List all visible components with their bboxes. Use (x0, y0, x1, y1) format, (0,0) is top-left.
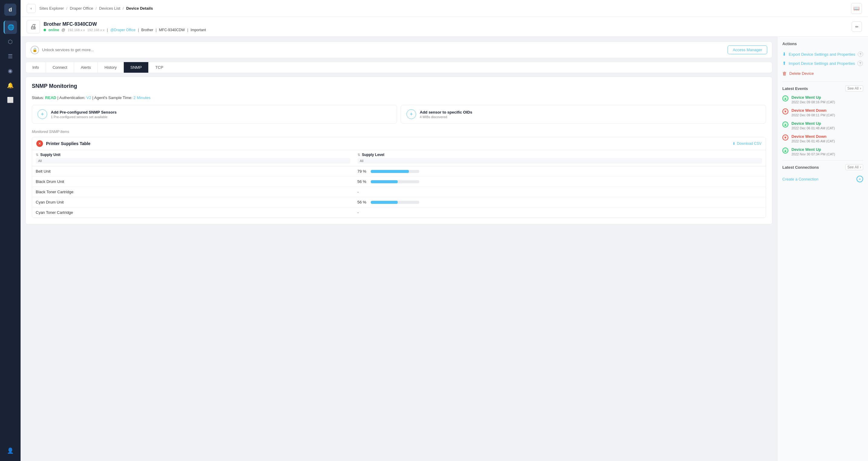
import-action[interactable]: ⬆ Import Device Settings and Properties … (782, 59, 863, 68)
sidebar-item-puzzle[interactable]: ⬜ (4, 93, 17, 107)
device-site-link[interactable]: @Draper Office (110, 28, 135, 32)
progress-bar (371, 180, 419, 183)
breadcrumb-office[interactable]: Draper Office (70, 6, 93, 10)
breadcrumb-sites[interactable]: Sites Explorer (39, 6, 64, 10)
sample-value[interactable]: 2 Minutes (133, 95, 150, 100)
add-preconfigured-icon: + (37, 109, 47, 119)
event-item: ▲ Device Went Up 2022 Dec 06 01:48 AM (C… (782, 121, 863, 130)
snmp-status-row: Status: READ | Authentication: V2 | Agen… (32, 95, 766, 100)
book-icon[interactable]: 📖 (851, 3, 862, 14)
sensor-card-preconfigured[interactable]: + Add Pre-configured SNMP Sensors 1 Pre-… (32, 105, 397, 123)
globe-icon: 🌐 (7, 24, 14, 31)
edit-button[interactable]: ✏ (851, 22, 862, 32)
supply-unit-cell: Cyan Drum Unit (32, 197, 354, 207)
preconfigured-sensor-name: Add Pre-configured SNMP Sensors (51, 110, 117, 115)
delete-icon: 🗑 (782, 71, 787, 76)
supply-unit-filter[interactable] (36, 158, 350, 164)
divider-2 (782, 160, 863, 161)
breadcrumb-devices[interactable]: Devices List (99, 6, 120, 10)
sidebar-item-bell[interactable]: 🔔 (4, 79, 17, 92)
table-header: ✕ Printer Supplies Table ⬇ Download CSV (32, 137, 766, 150)
latest-connections: Latest Connections See All › Create a Co… (782, 164, 863, 184)
tab-connect[interactable]: Connect (46, 62, 74, 73)
supply-table: ⇅ Supply Unit ⇅ (32, 150, 766, 218)
events-see-all-button[interactable]: See All › (845, 85, 863, 91)
back-button[interactable]: ‹ (27, 4, 36, 13)
col-supply-level: ⇅ Supply Level (354, 150, 766, 166)
content-area: 🔒 Unlock services to get more... Access … (21, 37, 868, 461)
event-name: Device Went Up (792, 147, 835, 152)
status-value: READ (45, 95, 56, 100)
delete-action[interactable]: 🗑 Delete Device (782, 69, 863, 78)
events-list: ▲ Device Went Up 2022 Dec 09 08:16 PM (C… (782, 95, 863, 156)
right-panel: Actions ⬇ Export Device Settings and Pro… (777, 37, 868, 461)
event-item: ▲ Device Went Up 2022 Nov 30 07:34 PM (C… (782, 147, 863, 156)
auth-value[interactable]: V2 (86, 95, 91, 100)
tabs: Info Connect Alerts History SNMP TCP (25, 62, 772, 73)
unlock-message: Unlock services to get more... (42, 48, 94, 52)
sort-icon-2[interactable]: ⇅ (358, 153, 360, 157)
plus-circle-icon: + (857, 176, 863, 182)
sample-label: Agent's Sample Time: (94, 95, 132, 100)
sidebar-item-account[interactable]: 👤 (4, 444, 17, 457)
event-item: ▼ Device Went Down 2022 Dec 09 08:11 PM … (782, 108, 863, 117)
sensor-card-oids[interactable]: + Add sensor to specific OIDs 4 MIBs dis… (401, 105, 766, 123)
list-icon: ☰ (8, 53, 13, 60)
main-panel: ‹ Sites Explorer / Draper Office / Devic… (21, 0, 868, 461)
breadcrumb-current: Device Details (126, 6, 153, 10)
auth-label: Authentication: (59, 95, 85, 100)
device-bar: 🖨 Brother MFC-9340CDW online @ 192.168.x… (21, 17, 868, 37)
device-model: MFC-9340CDW (159, 28, 185, 32)
puzzle-icon: ⬜ (7, 97, 13, 103)
connections-title: Latest Connections (782, 165, 819, 170)
table-row: Black Drum Unit 56 % (32, 177, 766, 187)
supply-level-cell: - (354, 207, 766, 218)
ip-address-1: 192.168.x.x (68, 28, 85, 32)
sort-icon[interactable]: ⇅ (36, 153, 38, 157)
tab-history[interactable]: History (98, 62, 123, 73)
download-icon: ⬇ (733, 141, 736, 146)
status-dot (43, 29, 46, 31)
table-row: Black Toner Cartridge- (32, 187, 766, 197)
import-label: Import Device Settings and Properties (789, 61, 855, 66)
supply-level-cell: 56 % (354, 197, 766, 207)
sidebar-item-cube[interactable]: ⬡ (4, 35, 17, 49)
sidebar-item-list[interactable]: ☰ (4, 50, 17, 63)
device-icon: 🖨 (27, 20, 40, 33)
download-label: Download CSV (737, 141, 762, 146)
chevron-right-icon: › (860, 86, 861, 91)
import-help-icon[interactable]: ? (858, 61, 863, 66)
latest-events-header: Latest Events See All › (782, 85, 863, 91)
table-close-button[interactable]: ✕ (36, 140, 43, 147)
progress-fill (371, 180, 398, 183)
download-csv-button[interactable]: ⬇ Download CSV (733, 141, 762, 146)
event-name: Device Went Down (792, 108, 835, 113)
tab-tcp[interactable]: TCP (149, 62, 170, 73)
sidebar-item-monitor[interactable]: ◉ (4, 64, 17, 78)
progress-fill (371, 201, 398, 204)
device-importance: Important (191, 28, 206, 32)
divider-1 (782, 82, 863, 82)
event-time: 2022 Dec 09 08:16 PM (CAT) (792, 100, 835, 104)
sensor-cards: + Add Pre-configured SNMP Sensors 1 Pre-… (32, 105, 766, 123)
col-supply-unit: ⇅ Supply Unit (32, 150, 354, 166)
export-help-icon[interactable]: ? (858, 52, 863, 57)
event-item: ▲ Device Went Up 2022 Dec 09 08:16 PM (C… (782, 95, 863, 104)
create-connection-button[interactable]: Create a Connection + (782, 174, 863, 184)
oid-sensor-sub: 4 MIBs discovered (420, 115, 472, 119)
create-connection-label: Create a Connection (782, 177, 818, 181)
connections-see-all-button[interactable]: See All › (845, 164, 863, 170)
event-time: 2022 Dec 06 01:45 AM (CAT) (792, 139, 835, 143)
sidebar-logo: d (4, 4, 17, 16)
monitored-label: Monitored SNMP Items (32, 129, 766, 134)
breadcrumb: Sites Explorer / Draper Office / Devices… (39, 6, 153, 10)
export-action[interactable]: ⬇ Export Device Settings and Properties … (782, 50, 863, 59)
tab-snmp[interactable]: SNMP (124, 62, 149, 73)
access-manager-button[interactable]: Access Manager (727, 46, 767, 54)
supply-unit-cell: Belt Unit (32, 166, 354, 177)
actions-title: Actions (782, 41, 863, 46)
tab-info[interactable]: Info (26, 62, 46, 73)
sidebar-item-globe[interactable]: 🌐 (4, 21, 17, 34)
tab-alerts[interactable]: Alerts (74, 62, 98, 73)
supply-level-filter[interactable] (358, 158, 762, 164)
